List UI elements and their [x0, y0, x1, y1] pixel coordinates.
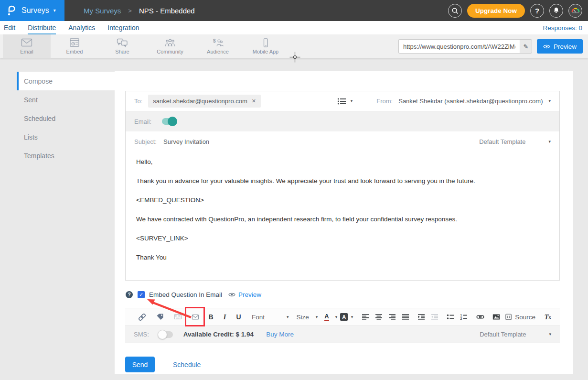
channel-share[interactable]: Share [98, 34, 146, 58]
crosshair-cursor [289, 52, 300, 63]
align-right-icon [388, 313, 396, 321]
align-left-button[interactable] [359, 311, 372, 323]
justify-button[interactable] [399, 311, 412, 323]
body-paragraph: <EMBED_QUESTION> [136, 197, 549, 204]
insert-image-button[interactable] [490, 311, 502, 323]
numbered-list-button[interactable]: 1 2 [457, 311, 470, 323]
tab-integration[interactable]: Integration [107, 21, 139, 34]
bulleted-list-button[interactable] [444, 311, 457, 323]
pencil-icon: ✎ [524, 43, 529, 50]
sidebar-item-scheduled[interactable]: Scheduled [17, 109, 115, 128]
background-color-button[interactable]: A ▾ [340, 311, 353, 323]
remove-recipient-icon[interactable]: ✕ [252, 98, 256, 104]
upgrade-now-button[interactable]: Upgrade Now [467, 4, 525, 18]
survey-url-input[interactable] [398, 39, 520, 54]
surveys-product-menu[interactable]: Surveys ▾ [0, 0, 64, 21]
channel-community[interactable]: Community [146, 34, 194, 58]
responses-count[interactable]: Responses: 0 [543, 21, 582, 34]
hyperlink-button[interactable] [474, 311, 487, 323]
subject-label: Subject: [134, 138, 157, 145]
remove-format-t: T [544, 313, 548, 321]
email-sidebar: Compose Sent Scheduled Lists Templates [17, 72, 115, 165]
subject-input[interactable]: Survey Invitation [163, 138, 209, 145]
tab-edit[interactable]: Edit [4, 21, 15, 34]
chevron-down-icon: ▾ [53, 8, 56, 13]
recipient-list-button[interactable]: ▾ [337, 98, 353, 105]
channel-label: Embed [66, 49, 83, 54]
sidebar-item-compose[interactable]: Compose [17, 72, 115, 90]
channel-embed[interactable]: Embed [51, 34, 98, 58]
body-paragraph: <SURVEY_LINK> [136, 235, 549, 242]
notifications-button[interactable] [549, 4, 563, 18]
bold-button[interactable]: B [204, 311, 217, 323]
email-body-editor[interactable]: Hello, Thank you in advance for your val… [126, 152, 559, 261]
email-template-dropdown[interactable]: Default Template ▾ [479, 138, 551, 145]
sms-template-dropdown[interactable]: Default Template ▾ [480, 331, 551, 338]
sidebar-item-lists[interactable]: Lists [17, 128, 115, 146]
remove-format-button[interactable]: Tx [541, 311, 554, 323]
product-name: Surveys [21, 6, 49, 15]
preview-button[interactable]: Preview [537, 39, 583, 54]
share-icon [117, 38, 128, 47]
audience-icon: $ [212, 38, 224, 47]
send-button[interactable]: Send [125, 357, 155, 372]
indent-button[interactable] [415, 311, 428, 323]
font-select[interactable]: Font ▾ [252, 314, 289, 321]
survey-url-group: ✎ Preview [398, 39, 583, 54]
schedule-link[interactable]: Schedule [173, 361, 201, 369]
search-icon [451, 7, 459, 15]
channel-email[interactable]: Email [3, 34, 51, 58]
channel-label: Email [20, 49, 33, 54]
sidebar-item-templates[interactable]: Templates [17, 146, 115, 165]
account-avatar[interactable] [568, 4, 582, 18]
questionpro-logo-icon [6, 5, 17, 16]
recipient-email: sanket.shekdar@questionpro.com [153, 98, 247, 105]
source-code-icon [505, 313, 512, 321]
source-button[interactable]: Source [505, 311, 535, 323]
buy-more-link[interactable]: Buy More [266, 331, 294, 338]
text-color-button[interactable]: A ▾ [324, 311, 337, 323]
bulleted-list-icon [447, 313, 454, 321]
chevron-down-icon: ▾ [548, 99, 551, 103]
tab-distribute[interactable]: Distribute [28, 21, 56, 34]
body-paragraph: Hello, [136, 159, 549, 165]
channel-audience[interactable]: $ Audience [194, 34, 242, 58]
email-toggle-row: Email: [126, 111, 559, 131]
recipient-chip[interactable]: sanket.shekdar@questionpro.com ✕ [148, 95, 261, 108]
channel-mobile-app[interactable]: Mobile App [242, 34, 289, 58]
chevron-down-icon: ▾ [549, 332, 551, 337]
breadcrumb-separator: > [128, 7, 132, 14]
sidebar-item-sent[interactable]: Sent [17, 90, 115, 109]
align-right-button[interactable] [385, 311, 398, 323]
gauge-avatar-icon [570, 5, 581, 16]
subject-row: Subject: Survey Invitation Default Templ… [126, 131, 559, 152]
help-button[interactable]: ? [530, 4, 544, 18]
search-button[interactable] [448, 4, 462, 18]
preview-label: Preview [554, 43, 577, 50]
embed-icon [69, 38, 80, 47]
align-left-icon [362, 313, 369, 321]
sms-toggle[interactable] [160, 331, 173, 338]
available-credit: Available Credit: $ 1.94 [183, 331, 254, 338]
size-select-value: Size [297, 314, 309, 321]
outdent-button[interactable] [428, 311, 441, 323]
body-paragraph: We have contracted with QuestionPro, an … [136, 216, 549, 223]
outdent-icon [431, 313, 438, 321]
chevron-down-icon: ▾ [287, 315, 289, 319]
email-toggle[interactable] [162, 118, 175, 125]
underline-button[interactable]: U [232, 311, 245, 323]
breadcrumb-my-surveys[interactable]: My Surveys [84, 7, 121, 15]
align-center-button[interactable] [372, 311, 385, 323]
community-icon [164, 38, 176, 47]
tab-analytics[interactable]: Analytics [68, 21, 95, 34]
italic-button[interactable]: I [218, 311, 231, 323]
embed-preview-link[interactable]: Preview [228, 291, 261, 298]
top-bar: Surveys ▾ My Surveys > NPS - Embedded Up… [0, 0, 588, 21]
edit-url-button[interactable]: ✎ [520, 39, 532, 54]
from-selector[interactable]: From: Sanket Shekdar (sanket.shekdar@que… [376, 98, 551, 105]
size-select[interactable]: Size ▾ [297, 314, 318, 321]
channel-label: Audience [207, 49, 229, 54]
body-paragraph: Thank you in advance for your valuable i… [136, 178, 549, 185]
to-label: To: [134, 98, 142, 105]
dollar-glyph: $ [213, 38, 216, 43]
